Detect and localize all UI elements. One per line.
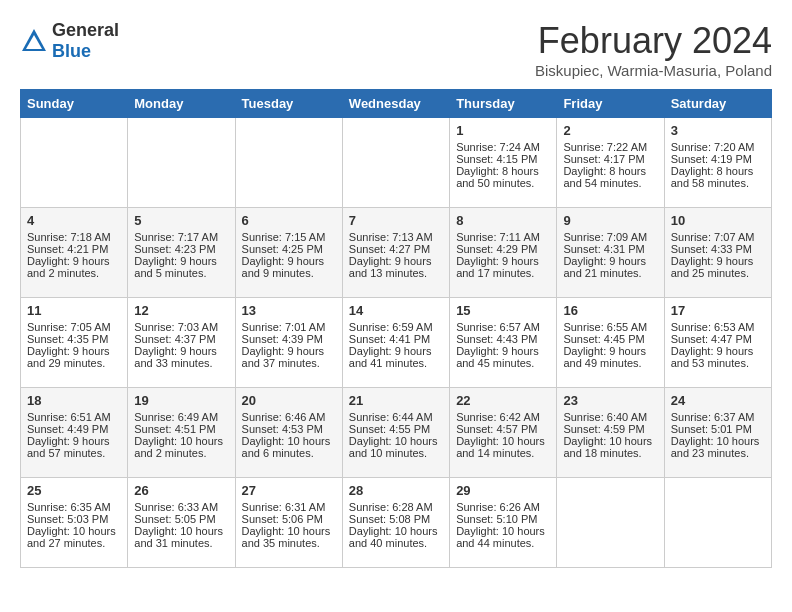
day-number: 24 xyxy=(671,393,765,408)
calendar-cell: 1 Sunrise: 7:24 AM Sunset: 4:15 PM Dayli… xyxy=(450,118,557,208)
day-number: 7 xyxy=(349,213,443,228)
sunrise: Sunrise: 7:11 AM xyxy=(456,231,540,243)
calendar-cell: 18 Sunrise: 6:51 AM Sunset: 4:49 PM Dayl… xyxy=(21,388,128,478)
calendar-cell: 16 Sunrise: 6:55 AM Sunset: 4:45 PM Dayl… xyxy=(557,298,664,388)
day-number: 5 xyxy=(134,213,228,228)
day-number: 27 xyxy=(242,483,336,498)
sunset: Sunset: 4:35 PM xyxy=(27,333,108,345)
title-block: February 2024 Biskupiec, Warmia-Masuria,… xyxy=(535,20,772,79)
calendar-cell: 2 Sunrise: 7:22 AM Sunset: 4:17 PM Dayli… xyxy=(557,118,664,208)
calendar-cell xyxy=(342,118,449,208)
month-title: February 2024 xyxy=(535,20,772,62)
logo-general: General xyxy=(52,20,119,40)
calendar-cell: 10 Sunrise: 7:07 AM Sunset: 4:33 PM Dayl… xyxy=(664,208,771,298)
calendar-cell: 11 Sunrise: 7:05 AM Sunset: 4:35 PM Dayl… xyxy=(21,298,128,388)
daylight: Daylight: 9 hours and 5 minutes. xyxy=(134,255,217,279)
sunset: Sunset: 4:27 PM xyxy=(349,243,430,255)
day-number: 13 xyxy=(242,303,336,318)
daylight: Daylight: 9 hours and 17 minutes. xyxy=(456,255,539,279)
logo: General Blue xyxy=(20,20,119,62)
day-number: 16 xyxy=(563,303,657,318)
sunset: Sunset: 4:43 PM xyxy=(456,333,537,345)
sunrise: Sunrise: 6:42 AM xyxy=(456,411,540,423)
page-header: General Blue February 2024 Biskupiec, Wa… xyxy=(20,20,772,79)
sunset: Sunset: 4:25 PM xyxy=(242,243,323,255)
sunset: Sunset: 5:01 PM xyxy=(671,423,752,435)
calendar-cell: 22 Sunrise: 6:42 AM Sunset: 4:57 PM Dayl… xyxy=(450,388,557,478)
calendar-cell: 3 Sunrise: 7:20 AM Sunset: 4:19 PM Dayli… xyxy=(664,118,771,208)
sunrise: Sunrise: 7:03 AM xyxy=(134,321,218,333)
sunset: Sunset: 4:29 PM xyxy=(456,243,537,255)
sunrise: Sunrise: 7:15 AM xyxy=(242,231,326,243)
sunrise: Sunrise: 6:44 AM xyxy=(349,411,433,423)
week-row-5: 25 Sunrise: 6:35 AM Sunset: 5:03 PM Dayl… xyxy=(21,478,772,568)
sunset: Sunset: 4:21 PM xyxy=(27,243,108,255)
sunrise: Sunrise: 6:51 AM xyxy=(27,411,111,423)
calendar-cell: 13 Sunrise: 7:01 AM Sunset: 4:39 PM Dayl… xyxy=(235,298,342,388)
sunrise: Sunrise: 6:40 AM xyxy=(563,411,647,423)
sunset: Sunset: 4:51 PM xyxy=(134,423,215,435)
daylight: Daylight: 9 hours and 53 minutes. xyxy=(671,345,754,369)
sunset: Sunset: 5:08 PM xyxy=(349,513,430,525)
daylight: Daylight: 9 hours and 49 minutes. xyxy=(563,345,646,369)
location-title: Biskupiec, Warmia-Masuria, Poland xyxy=(535,62,772,79)
day-number: 19 xyxy=(134,393,228,408)
calendar-cell: 12 Sunrise: 7:03 AM Sunset: 4:37 PM Dayl… xyxy=(128,298,235,388)
daylight: Daylight: 10 hours and 14 minutes. xyxy=(456,435,545,459)
day-number: 21 xyxy=(349,393,443,408)
day-number: 15 xyxy=(456,303,550,318)
daylight: Daylight: 9 hours and 29 minutes. xyxy=(27,345,110,369)
sunrise: Sunrise: 6:53 AM xyxy=(671,321,755,333)
calendar-cell: 5 Sunrise: 7:17 AM Sunset: 4:23 PM Dayli… xyxy=(128,208,235,298)
daylight: Daylight: 10 hours and 27 minutes. xyxy=(27,525,116,549)
sunrise: Sunrise: 6:59 AM xyxy=(349,321,433,333)
weekday-header-tuesday: Tuesday xyxy=(235,90,342,118)
daylight: Daylight: 9 hours and 57 minutes. xyxy=(27,435,110,459)
daylight: Daylight: 8 hours and 58 minutes. xyxy=(671,165,754,189)
sunrise: Sunrise: 6:55 AM xyxy=(563,321,647,333)
calendar-cell xyxy=(128,118,235,208)
calendar-cell: 23 Sunrise: 6:40 AM Sunset: 4:59 PM Dayl… xyxy=(557,388,664,478)
calendar-cell: 27 Sunrise: 6:31 AM Sunset: 5:06 PM Dayl… xyxy=(235,478,342,568)
day-number: 3 xyxy=(671,123,765,138)
calendar-cell xyxy=(21,118,128,208)
day-number: 17 xyxy=(671,303,765,318)
logo-icon xyxy=(20,27,48,55)
sunrise: Sunrise: 7:18 AM xyxy=(27,231,111,243)
daylight: Daylight: 9 hours and 37 minutes. xyxy=(242,345,325,369)
calendar-cell: 20 Sunrise: 6:46 AM Sunset: 4:53 PM Dayl… xyxy=(235,388,342,478)
calendar-cell: 25 Sunrise: 6:35 AM Sunset: 5:03 PM Dayl… xyxy=(21,478,128,568)
day-number: 1 xyxy=(456,123,550,138)
day-number: 20 xyxy=(242,393,336,408)
day-number: 2 xyxy=(563,123,657,138)
calendar-cell xyxy=(664,478,771,568)
sunrise: Sunrise: 7:22 AM xyxy=(563,141,647,153)
calendar-cell: 9 Sunrise: 7:09 AM Sunset: 4:31 PM Dayli… xyxy=(557,208,664,298)
sunrise: Sunrise: 6:37 AM xyxy=(671,411,755,423)
sunset: Sunset: 5:10 PM xyxy=(456,513,537,525)
week-row-1: 1 Sunrise: 7:24 AM Sunset: 4:15 PM Dayli… xyxy=(21,118,772,208)
daylight: Daylight: 8 hours and 54 minutes. xyxy=(563,165,646,189)
day-number: 14 xyxy=(349,303,443,318)
sunset: Sunset: 4:33 PM xyxy=(671,243,752,255)
sunrise: Sunrise: 7:07 AM xyxy=(671,231,755,243)
calendar-cell: 15 Sunrise: 6:57 AM Sunset: 4:43 PM Dayl… xyxy=(450,298,557,388)
daylight: Daylight: 10 hours and 44 minutes. xyxy=(456,525,545,549)
sunrise: Sunrise: 7:17 AM xyxy=(134,231,218,243)
sunset: Sunset: 4:37 PM xyxy=(134,333,215,345)
calendar-cell: 21 Sunrise: 6:44 AM Sunset: 4:55 PM Dayl… xyxy=(342,388,449,478)
day-number: 28 xyxy=(349,483,443,498)
calendar-cell: 17 Sunrise: 6:53 AM Sunset: 4:47 PM Dayl… xyxy=(664,298,771,388)
weekday-header-row: SundayMondayTuesdayWednesdayThursdayFrid… xyxy=(21,90,772,118)
sunrise: Sunrise: 6:46 AM xyxy=(242,411,326,423)
sunset: Sunset: 4:47 PM xyxy=(671,333,752,345)
day-number: 8 xyxy=(456,213,550,228)
weekday-header-friday: Friday xyxy=(557,90,664,118)
calendar-cell: 29 Sunrise: 6:26 AM Sunset: 5:10 PM Dayl… xyxy=(450,478,557,568)
calendar-cell: 7 Sunrise: 7:13 AM Sunset: 4:27 PM Dayli… xyxy=(342,208,449,298)
daylight: Daylight: 10 hours and 40 minutes. xyxy=(349,525,438,549)
sunrise: Sunrise: 6:26 AM xyxy=(456,501,540,513)
sunrise: Sunrise: 6:35 AM xyxy=(27,501,111,513)
calendar-cell: 14 Sunrise: 6:59 AM Sunset: 4:41 PM Dayl… xyxy=(342,298,449,388)
daylight: Daylight: 10 hours and 23 minutes. xyxy=(671,435,760,459)
